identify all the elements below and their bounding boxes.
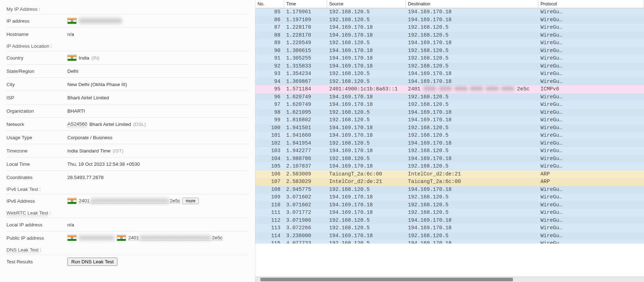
city-label: City: [6, 82, 67, 87]
network-name: Bharti Airtel Limited: [90, 122, 131, 127]
usage-type-label: Usage Type: [6, 135, 67, 140]
header-source[interactable]: Source: [327, 0, 406, 8]
ip-address-label: IP address: [6, 18, 67, 24]
packet-source: 194.169.170.18: [327, 147, 406, 155]
india-flag-icon: [67, 198, 77, 204]
ipv6-prefix: 2401: [79, 198, 90, 203]
packet-protocol: WireGu…: [538, 24, 644, 32]
packet-time: 1.620749: [284, 93, 327, 101]
packet-row[interactable]: 1113.071772194.169.170.18192.168.120.5Wi…: [255, 209, 644, 217]
packet-source: 194.169.170.18: [327, 24, 406, 32]
packet-row[interactable]: 981.621095192.168.120.5194.169.170.18Wir…: [255, 109, 644, 117]
row-organization: Organization BHARTI: [6, 104, 249, 117]
packet-row[interactable]: 1103.071602194.169.170.18192.168.120.5Wi…: [255, 201, 644, 209]
packet-row[interactable]: 961.620749194.169.170.18192.168.120.5Wir…: [255, 93, 644, 101]
packet-source: 194.169.170.18: [327, 209, 406, 217]
run-dns-leak-test-button[interactable]: Run DNS Leak Test: [67, 258, 117, 266]
row-coordinates: Coordinates 28.5493,77.2678: [6, 170, 249, 184]
india-flag-icon: [67, 235, 77, 241]
packet-source: 2401:4900:1c1b:8a63::1: [327, 85, 406, 93]
row-local-time: Local Time Thu, 19 Oct 2023 12:54:38 +05…: [6, 157, 249, 170]
packet-destination: 192.168.120.5: [406, 193, 538, 201]
network-as-link[interactable]: AS24560: [67, 121, 87, 127]
packet-row[interactable]: 931.354234192.168.120.5194.169.170.18Wir…: [255, 70, 644, 78]
public-ip-v6-link[interactable]: 2401XXXX XXXX XXXX XXXX XXXX XXXX2e5c: [128, 235, 222, 241]
packet-no: 110: [255, 201, 284, 209]
packet-destination: 194.169.170.18: [406, 186, 538, 194]
packet-row[interactable]: 1082.945775192.168.120.5194.169.170.18Wi…: [255, 186, 644, 194]
packet-source: 192.168.120.5: [327, 70, 406, 78]
hostname-value: n/a: [67, 32, 249, 37]
packet-row[interactable]: 1123.071986192.168.120.5194.169.170.18Wi…: [255, 217, 644, 225]
packet-time: 1.228170: [284, 24, 327, 32]
packet-time: 1.941660: [284, 132, 327, 140]
packet-source: 194.169.170.18: [327, 101, 406, 109]
packet-row[interactable]: 1001.941501194.169.170.18192.168.120.5Wi…: [255, 124, 644, 132]
packet-source: IntelCor_d2:de:21: [327, 178, 406, 186]
packet-protocol: WireGu…: [538, 16, 644, 24]
packet-row[interactable]: 1154.077733192.168.120.5194.169.170.18Wi…: [255, 240, 644, 244]
packet-row[interactable]: 951.5711842401:4900:1c1b:8a63::12401 XXX…: [255, 85, 644, 93]
packet-row[interactable]: 1093.071602194.169.170.18192.168.120.5Wi…: [255, 193, 644, 201]
packet-source: 194.169.170.18: [327, 32, 406, 39]
header-time[interactable]: Time: [284, 0, 327, 8]
packet-protocol: ARP: [538, 178, 644, 186]
packet-row[interactable]: 1133.072266192.168.120.5194.169.170.18Wi…: [255, 224, 644, 232]
packet-row[interactable]: 891.228549192.168.120.5194.169.170.18Wir…: [255, 39, 644, 47]
packet-row[interactable]: 1041.988786192.168.120.5194.169.170.18Wi…: [255, 155, 644, 163]
header-protocol[interactable]: Protocol: [538, 0, 644, 8]
packet-row[interactable]: 941.369867192.168.120.5194.169.170.18Wir…: [255, 78, 644, 86]
packet-protocol: WireGu…: [538, 116, 644, 124]
row-isp: ISP Bharti Airtel Limited: [6, 91, 249, 104]
packet-no: 94: [255, 78, 284, 86]
packet-destination: 192.168.120.5: [406, 55, 538, 62]
scrollbar-thumb[interactable]: [260, 278, 513, 281]
packet-row[interactable]: 921.315833194.169.170.18192.168.120.5Wir…: [255, 62, 644, 70]
packet-time: 1.228170: [284, 32, 327, 39]
packet-no: 111: [255, 209, 284, 217]
packet-row[interactable]: 1011.941660194.169.170.18192.168.120.5Wi…: [255, 132, 644, 140]
packet-destination: 194.169.170.18: [406, 155, 538, 163]
packet-row[interactable]: 911.305255194.169.170.18192.168.120.5Wir…: [255, 55, 644, 62]
local-ip-label: Local IP address: [6, 222, 67, 227]
ipv6-address-link[interactable]: 2401XXXX XXXX XXXX XXXX XXXX XXXX2e5c: [79, 198, 180, 204]
packet-row[interactable]: 1021.941954192.168.120.5194.169.170.18Wi…: [255, 140, 644, 147]
packet-dst-redacted: XXXX XXXX XXXX XXXX XXXX XXXX: [424, 86, 514, 92]
city-value: New Delhi (Okhla Phase III): [67, 82, 249, 87]
packet-no: 106: [255, 170, 284, 178]
packet-row[interactable]: 881.228170194.169.170.18192.168.120.5Wir…: [255, 32, 644, 39]
packet-time: 3.072266: [284, 224, 327, 232]
packet-no: 91: [255, 55, 284, 62]
packet-row[interactable]: 971.620749194.169.170.18192.168.120.5Wir…: [255, 101, 644, 109]
packet-row[interactable]: 1072.583029IntelCor_d2:de:21TaicangT_2a:…: [255, 178, 644, 186]
packet-row[interactable]: 871.228170194.169.170.18192.168.120.5Wir…: [255, 24, 644, 32]
horizontal-scrollbar[interactable]: [255, 277, 644, 282]
packet-source: 194.169.170.18: [327, 193, 406, 201]
packet-source: 192.168.120.5: [327, 155, 406, 163]
ipv6-address-label: IPv6 Address: [6, 198, 67, 204]
public-ipv6-suffix: 2e5c: [212, 235, 222, 240]
packet-row[interactable]: 991.816802192.168.120.5194.169.170.18Wir…: [255, 116, 644, 124]
packet-no: 101: [255, 132, 284, 140]
packet-row[interactable]: 901.300615194.169.170.18192.168.120.5Wir…: [255, 47, 644, 55]
packet-time: 3.071602: [284, 193, 327, 201]
packet-row[interactable]: 1062.583009TaicangT_2a:6c:00IntelCor_d2:…: [255, 170, 644, 178]
row-network: Network AS24560 Bharti Airtel Limited (D…: [6, 117, 249, 131]
header-destination[interactable]: Destination: [406, 0, 538, 8]
public-ipv6-prefix: 2401: [128, 235, 139, 240]
packet-row[interactable]: 861.197109192.168.120.5194.169.170.18Wir…: [255, 16, 644, 24]
packet-row[interactable]: 1143.238000194.169.170.18192.168.120.5Wi…: [255, 232, 644, 240]
packet-protocol: WireGu…: [538, 39, 644, 47]
packet-table-header[interactable]: No. Time Source Destination Protocol: [255, 0, 644, 8]
packet-protocol: WireGu…: [538, 93, 644, 101]
packet-time: 1.228549: [284, 39, 327, 47]
header-no[interactable]: No.: [255, 0, 284, 8]
packet-row[interactable]: 851.179961192.168.120.5194.169.170.18Wir…: [255, 8, 644, 16]
packet-row[interactable]: 1052.107837194.169.170.18192.168.120.5Wi…: [255, 163, 644, 170]
packet-table-body[interactable]: 851.179961192.168.120.5194.169.170.18Wir…: [255, 8, 644, 277]
more-button[interactable]: more: [182, 198, 198, 204]
india-flag-icon: [67, 55, 77, 61]
packet-no: 108: [255, 186, 284, 194]
packet-row[interactable]: 1031.942277194.169.170.18192.168.120.5Wi…: [255, 147, 644, 155]
packet-destination: 194.169.170.18: [406, 240, 538, 244]
